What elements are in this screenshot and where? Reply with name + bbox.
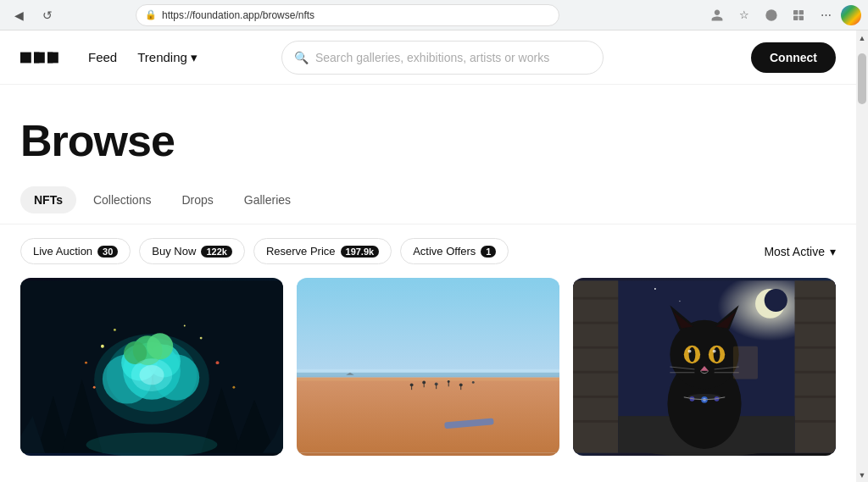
svg-point-90	[688, 350, 692, 353]
svg-point-33	[184, 325, 186, 327]
svg-rect-69	[573, 396, 618, 398]
svg-rect-67	[573, 346, 618, 349]
svg-rect-7	[34, 52, 45, 57]
svg-rect-74	[795, 346, 836, 349]
star-button[interactable]: ☆	[732, 3, 756, 27]
svg-rect-3	[793, 15, 798, 19]
scroll-thumb	[858, 53, 866, 104]
svg-rect-75	[795, 371, 836, 374]
profile-button[interactable]	[705, 3, 729, 27]
address-bar[interactable]: 🔒 https://foundation.app/browse/nfts	[136, 4, 559, 26]
browser-chrome: ◀ ↺ 🔒 https://foundation.app/browse/nfts…	[0, 0, 868, 30]
filter-buy-now-badge: 122k	[201, 246, 231, 258]
scroll-down-button[interactable]: ▼	[856, 468, 868, 482]
svg-rect-43	[297, 378, 559, 381]
svg-rect-77	[795, 420, 836, 423]
svg-rect-64	[573, 280, 618, 452]
filter-live-auction-label: Live Auction	[33, 245, 92, 258]
nft-image-black-cat	[573, 278, 836, 456]
nft-card-black-cat[interactable]	[573, 278, 836, 456]
filter-reserve-price[interactable]: Reserve Price 197.9k	[253, 238, 392, 264]
filter-live-auction-badge: 30	[97, 246, 118, 258]
scroll-up-button[interactable]: ▲	[856, 30, 868, 45]
page-content: Feed Trending ▾ 🔍 Search galleries, exhi…	[0, 30, 856, 482]
scroll-track[interactable]	[856, 45, 868, 468]
trending-arrow-icon: ▾	[191, 50, 198, 65]
svg-point-88	[689, 347, 696, 362]
browse-header: Browse	[0, 85, 856, 186]
filter-bar: Live Auction 30 Buy Now 122k Reserve Pri…	[0, 224, 856, 278]
search-bar[interactable]: 🔍 Search galleries, exhibitions, artists…	[281, 41, 604, 75]
svg-point-29	[200, 337, 203, 340]
filter-buy-now-label: Buy Now	[152, 245, 196, 258]
filter-reserve-price-badge: 197.9k	[341, 246, 380, 258]
filter-buy-now[interactable]: Buy Now 122k	[139, 238, 245, 264]
svg-point-35	[232, 386, 235, 389]
browser-controls: ◀ ↺	[7, 3, 59, 27]
svg-point-61	[679, 301, 680, 302]
svg-rect-70	[573, 420, 618, 423]
logo[interactable]	[20, 49, 61, 66]
collections-icon	[792, 8, 805, 22]
svg-rect-4	[799, 15, 804, 19]
search-placeholder: Search galleries, exhibitions, artists o…	[315, 51, 549, 64]
profile-icon	[710, 8, 724, 22]
connect-button[interactable]: Connect	[751, 42, 836, 73]
menu-button[interactable]: ⋯	[814, 3, 837, 27]
svg-rect-76	[795, 396, 836, 398]
svg-point-91	[713, 350, 716, 353]
svg-rect-68	[573, 371, 618, 374]
page-title: Browse	[20, 115, 836, 166]
svg-point-81	[670, 320, 738, 389]
sort-dropdown[interactable]: Most Active ▾	[764, 245, 836, 258]
tab-collections[interactable]: Collections	[80, 186, 164, 213]
svg-rect-8	[34, 58, 45, 63]
user-avatar[interactable]	[841, 5, 861, 25]
search-icon: 🔍	[294, 51, 309, 64]
refresh-button[interactable]: ↺	[36, 3, 59, 27]
svg-point-32	[114, 329, 116, 331]
filter-live-auction[interactable]: Live Auction 30	[20, 238, 131, 264]
tab-drops[interactable]: Drops	[168, 186, 226, 213]
svg-rect-42	[297, 378, 559, 453]
svg-point-34	[85, 362, 87, 364]
filter-active-offers-label: Active Offers	[413, 245, 476, 258]
url-text: https://foundation.app/browse/nfts	[162, 9, 314, 21]
trending-link[interactable]: Trending ▾	[137, 50, 198, 65]
nft-card-magical-forest[interactable]	[20, 278, 283, 456]
browser-actions: ☆ ⋯	[705, 3, 861, 27]
svg-point-60	[654, 288, 656, 290]
svg-rect-71	[795, 280, 836, 452]
svg-rect-2	[799, 10, 804, 14]
extension-button[interactable]	[760, 3, 783, 27]
svg-point-24	[147, 333, 173, 359]
back-button[interactable]: ◀	[7, 3, 31, 27]
tab-galleries[interactable]: Galleries	[231, 186, 304, 213]
svg-rect-65	[573, 297, 618, 300]
svg-point-89	[714, 347, 721, 362]
scrollbar: ▲ ▼	[856, 30, 868, 482]
svg-point-49	[472, 381, 475, 384]
nft-image-magical-forest	[20, 278, 283, 456]
svg-rect-66	[573, 322, 618, 324]
nft-card-beach-scene[interactable]	[297, 278, 559, 456]
filter-active-offers[interactable]: Active Offers 1	[400, 238, 509, 264]
trending-label: Trending	[137, 50, 187, 64]
svg-point-0	[765, 9, 776, 20]
feed-link[interactable]: Feed	[88, 50, 117, 64]
svg-point-28	[101, 345, 104, 348]
svg-point-27	[139, 365, 164, 385]
svg-rect-41	[297, 373, 559, 378]
tab-nfts[interactable]: NFTs	[20, 186, 76, 213]
svg-point-30	[93, 386, 96, 389]
nft-grid	[0, 278, 856, 456]
top-nav: Feed Trending ▾ 🔍 Search galleries, exhi…	[0, 30, 856, 85]
svg-rect-73	[795, 322, 836, 324]
collections-button[interactable]	[787, 3, 810, 27]
logo-svg	[20, 49, 61, 66]
svg-rect-1	[793, 10, 798, 14]
nft-image-beach-scene	[297, 278, 559, 456]
sort-label: Most Active	[764, 245, 825, 258]
svg-rect-10	[47, 52, 53, 63]
svg-rect-72	[795, 297, 836, 300]
